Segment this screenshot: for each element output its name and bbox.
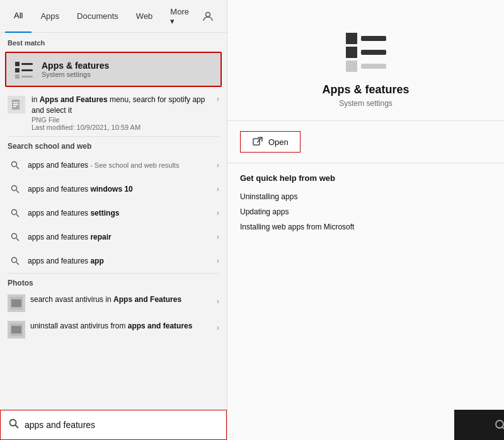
taskbar: S <box>454 410 504 440</box>
svg-line-12 <box>16 166 19 169</box>
search-panel: All Apps Documents Web More ▾ ··· <box>0 0 227 440</box>
svg-point-35 <box>496 420 503 428</box>
help-link-2[interactable]: Updating apps <box>240 204 491 219</box>
svg-rect-9 <box>13 104 18 105</box>
svg-rect-22 <box>11 299 21 307</box>
web-result-arrow-5: › <box>217 257 219 265</box>
svg-rect-32 <box>361 64 386 69</box>
svg-line-16 <box>16 214 19 217</box>
search-input[interactable] <box>25 420 219 430</box>
svg-point-19 <box>12 257 17 262</box>
web-result-2[interactable]: apps and features windows 10 › <box>0 177 227 201</box>
help-link-3[interactable]: Installing web apps from Microsoft <box>240 219 491 234</box>
web-result-arrow-1: › <box>217 161 219 170</box>
svg-line-20 <box>16 262 19 265</box>
search-icon-4 <box>8 229 23 245</box>
best-match-item[interactable]: Apps & features System settings <box>5 52 222 87</box>
tab-more[interactable]: More ▾ <box>161 0 198 33</box>
quick-help-title: Get quick help from web <box>240 173 491 183</box>
photo-result-arrow-2: › <box>217 323 219 332</box>
svg-point-0 <box>205 12 210 16</box>
svg-point-15 <box>12 209 17 214</box>
svg-rect-31 <box>361 50 386 55</box>
web-result-1[interactable]: apps and features - See school and web r… <box>0 153 227 177</box>
tab-web[interactable]: Web <box>127 0 162 33</box>
svg-point-13 <box>12 185 17 190</box>
search-icon-2 <box>8 182 23 197</box>
detail-app-icon <box>341 25 391 76</box>
best-match-label: Best match <box>0 33 227 49</box>
svg-rect-29 <box>346 61 357 72</box>
search-box-icon <box>8 418 20 432</box>
search-icon-1 <box>8 158 23 173</box>
content-area: Best match Apps & features System settin… <box>0 33 227 410</box>
svg-rect-5 <box>21 69 33 71</box>
open-button[interactable]: Open <box>240 131 301 153</box>
svg-point-17 <box>12 233 17 238</box>
person-icon[interactable] <box>198 6 218 26</box>
web-result-5[interactable]: apps and features app › <box>0 249 227 273</box>
svg-line-18 <box>16 238 19 241</box>
photo-result-2[interactable]: uninstall avast antivirus from apps and … <box>0 316 227 343</box>
photo-result-1[interactable]: search avast antivirus in Apps and Featu… <box>0 290 227 316</box>
svg-line-26 <box>16 426 19 429</box>
file-result-item[interactable]: in Apps and Features menu, search for sp… <box>0 90 227 136</box>
svg-rect-1 <box>15 62 20 66</box>
tab-bar: All Apps Documents Web More ▾ ··· <box>0 0 227 33</box>
web-result-4[interactable]: apps and features repair › <box>0 225 227 249</box>
svg-rect-2 <box>15 68 20 72</box>
file-icon <box>8 96 25 113</box>
web-result-3[interactable]: apps and features settings › <box>0 201 227 225</box>
svg-rect-30 <box>361 36 386 41</box>
svg-rect-33 <box>253 139 260 145</box>
svg-point-25 <box>10 420 16 426</box>
svg-rect-4 <box>21 63 33 65</box>
tab-documents[interactable]: Documents <box>68 0 127 33</box>
svg-line-14 <box>16 190 19 193</box>
web-result-arrow-3: › <box>217 209 219 217</box>
web-result-arrow-2: › <box>217 185 219 194</box>
photo-thumb-1 <box>8 294 25 312</box>
detail-subtitle: System settings <box>339 99 392 108</box>
quick-help: Get quick help from web Uninstalling app… <box>227 163 504 245</box>
search-box <box>0 410 227 440</box>
tab-all[interactable]: All <box>5 0 32 33</box>
best-match-text: Apps & features System settings <box>42 61 109 78</box>
svg-rect-24 <box>11 326 21 333</box>
open-label: Open <box>268 137 289 147</box>
file-result-arrow: › <box>217 95 219 103</box>
web-section-label: Search school and web <box>0 137 227 153</box>
detail-panel: Apps & features System settings Open Get… <box>227 0 504 440</box>
file-info: in Apps and Features menu, search for sp… <box>32 95 210 131</box>
web-result-arrow-4: › <box>217 233 219 241</box>
tab-apps[interactable]: Apps <box>32 0 68 33</box>
svg-rect-6 <box>21 76 33 78</box>
svg-rect-10 <box>13 106 16 107</box>
taskbar-search-icon[interactable] <box>489 414 504 436</box>
svg-point-11 <box>12 161 17 166</box>
photo-result-arrow-1: › <box>217 297 219 306</box>
search-icon-5 <box>8 253 23 269</box>
svg-rect-28 <box>346 47 357 58</box>
photo-thumb-2 <box>8 321 25 339</box>
help-link-1[interactable]: Uninstalling apps <box>240 189 491 204</box>
svg-rect-27 <box>346 33 357 44</box>
svg-rect-3 <box>15 74 20 79</box>
svg-rect-8 <box>13 102 18 103</box>
detail-actions: Open <box>227 121 504 163</box>
search-icon-3 <box>8 206 23 221</box>
photos-section-label: Photos <box>0 274 227 290</box>
detail-header: Apps & features System settings <box>227 0 504 121</box>
detail-title: Apps & features <box>322 83 409 96</box>
apps-features-icon <box>13 58 35 81</box>
